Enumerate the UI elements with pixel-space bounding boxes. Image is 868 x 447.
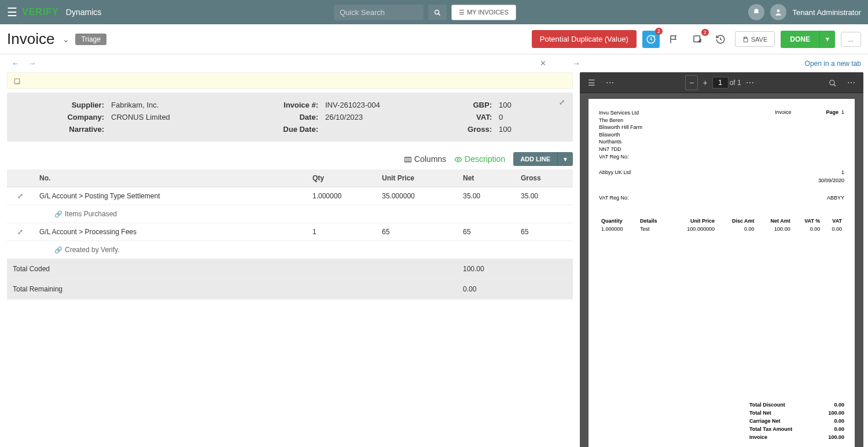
note-badge: 2 <box>701 29 709 36</box>
th-net: Net <box>457 169 515 187</box>
search-input[interactable] <box>334 5 424 20</box>
description-label: Description <box>465 154 505 164</box>
page-header: Invoice ⌄ Triage Potential Duplicate (Va… <box>0 24 868 54</box>
total-remaining-value: 0.00 <box>457 279 515 300</box>
pdf-bill-to: Abbyy UK Ltd <box>599 169 631 175</box>
table-desc-row: 🔗Items Purchased <box>7 205 573 223</box>
row-net: 35.00 <box>457 187 515 205</box>
row-qty: 1 <box>307 223 376 241</box>
save-label: SAVE <box>751 36 768 43</box>
expand-icon[interactable]: ⤢ <box>559 98 565 106</box>
narrative-label: Narrative: <box>19 125 111 134</box>
pdf-more-right-icon[interactable]: ⋯ <box>844 76 859 90</box>
currency-value: 100 <box>499 101 557 109</box>
my-invoices-button[interactable]: ☰ MY INVOICES <box>451 5 516 20</box>
row-unit-price: 65 <box>376 223 457 241</box>
total-coded-label: Total Coded <box>7 259 457 279</box>
add-line-dropdown[interactable]: ▼ <box>557 152 573 166</box>
subnav-bar: ← → ✕ → Open in a new tab <box>0 54 868 72</box>
row-gross: 35.00 <box>515 187 573 205</box>
duplicate-warning-button[interactable]: Potential Duplicate (Value) <box>532 30 637 48</box>
pdf-from-address: Invu Services Ltd The Beren Blisworth Hi… <box>599 109 642 160</box>
expand-row-icon[interactable]: ⤢ <box>7 223 34 241</box>
clock-action-button[interactable]: 2 <box>642 31 660 48</box>
svg-rect-5 <box>744 37 746 38</box>
table-desc-row: 🔗Created by Verify. <box>7 241 573 259</box>
chevron-down-icon[interactable]: ⌄ <box>62 35 69 44</box>
pdf-document: Invu Services Ltd The Beren Blisworth Hi… <box>589 99 855 447</box>
open-new-tab-link[interactable]: Open in a new tab <box>805 60 861 68</box>
svg-line-12 <box>834 84 836 86</box>
history-button[interactable] <box>712 32 729 47</box>
link-icon: 🔗 <box>54 210 62 217</box>
pdf-page-area[interactable]: Invu Services Ltd The Beren Blisworth Hi… <box>580 93 863 447</box>
pdf-line-table: Quantity Details Unit Price Disc Amt Net… <box>599 217 844 233</box>
brand-label: Dynamics <box>66 8 101 17</box>
pdf-more-left-icon[interactable]: ⋯ <box>602 76 617 90</box>
more-button[interactable]: ... <box>841 32 861 47</box>
gross-label: Gross: <box>441 125 499 134</box>
pdf-page-total: of 1 <box>730 79 741 87</box>
pdf-sidebar-icon[interactable]: ☰ <box>584 76 599 90</box>
search-button[interactable] <box>428 5 447 20</box>
due-date-label: Due Date: <box>256 125 325 134</box>
user-avatar[interactable] <box>770 4 786 20</box>
supplier-label: Supplier: <box>19 101 111 109</box>
pdf-inv-date: 30/09/2020 <box>818 178 844 183</box>
done-button[interactable]: DONE <box>781 31 819 48</box>
pdf-toolbar: ☰ ⋯ − + of 1 ⋯ ⋯ <box>580 72 863 93</box>
user-name-label: Tenant Administrator <box>792 8 861 17</box>
expand-row-icon[interactable]: ⤢ <box>7 187 34 205</box>
company-label: Company: <box>19 113 111 121</box>
supplier-value: Fabrikam, Inc. <box>111 101 256 109</box>
pdf-zoom-out-icon[interactable]: − <box>685 75 698 90</box>
company-value: CRONUS Limited <box>111 113 256 121</box>
vat-label: VAT: <box>441 113 499 121</box>
invoice-no-label: Invoice #: <box>256 101 325 109</box>
eye-icon <box>454 154 462 164</box>
save-button[interactable]: SAVE <box>735 31 775 47</box>
close-icon[interactable]: ✕ <box>535 58 551 69</box>
total-remaining-label: Total Remaining <box>7 279 457 300</box>
pdf-search-icon[interactable] <box>825 75 840 89</box>
pdf-page-more-icon[interactable]: ⋯ <box>742 76 757 90</box>
svg-point-0 <box>435 10 439 14</box>
row-qty: 1.000000 <box>307 187 376 205</box>
row-gross: 65 <box>515 223 573 241</box>
vat-value: 0 <box>499 113 557 121</box>
svg-rect-7 <box>405 157 411 162</box>
note-bar[interactable] <box>7 72 573 89</box>
currency-label: GBP: <box>441 101 499 109</box>
status-badge: Triage <box>75 34 106 45</box>
pdf-vat-reg-val: ABBYY <box>827 195 844 201</box>
description-toggle[interactable]: Description <box>454 154 505 164</box>
line-items-table: No. Qty Unit Price Net Gross ⤢ G/L Accou… <box>7 169 573 300</box>
columns-button[interactable]: Columns <box>404 154 446 164</box>
note-button[interactable]: 2 <box>689 32 706 47</box>
top-navbar: ☰ VERIFY Dynamics ☰ MY INVOICES Tenant A… <box>0 0 868 24</box>
nav-back-icon[interactable]: ← <box>7 58 24 69</box>
total-coded-value: 100.00 <box>457 259 515 279</box>
table-row[interactable]: ⤢ G/L Account > Processing Fees 1 65 65 … <box>7 223 573 241</box>
row-desc: Created by Verify. <box>65 246 120 254</box>
invoice-summary-panel: ⤢ Supplier: Fabrikam, Inc. Invoice #: IN… <box>7 93 573 142</box>
add-line-button[interactable]: ADD LINE <box>513 152 557 166</box>
flag-button[interactable] <box>665 32 683 47</box>
row-no: G/L Account > Posting Type Settlement <box>34 187 307 205</box>
th-gross: Gross <box>515 169 573 187</box>
pdf-zoom-in-icon[interactable]: + <box>699 76 711 90</box>
list-icon: ☰ <box>459 9 465 16</box>
table-row[interactable]: ⤢ G/L Account > Posting Type Settlement … <box>7 187 573 205</box>
menu-icon[interactable]: ☰ <box>7 5 17 19</box>
columns-label: Columns <box>414 154 446 164</box>
nav-forward-right-icon[interactable]: → <box>568 58 585 69</box>
pdf-page-input[interactable] <box>712 77 729 88</box>
svg-point-10 <box>457 158 459 161</box>
done-dropdown-button[interactable]: ▼ <box>819 31 835 48</box>
nav-forward-icon[interactable]: → <box>24 58 41 69</box>
left-pane: ⤢ Supplier: Fabrikam, Inc. Invoice #: IN… <box>0 72 580 447</box>
save-icon <box>742 35 749 43</box>
notification-avatar[interactable] <box>748 4 764 20</box>
invoice-no-value: INV-261023-004 <box>325 101 441 109</box>
row-desc: Items Purchased <box>65 210 117 218</box>
